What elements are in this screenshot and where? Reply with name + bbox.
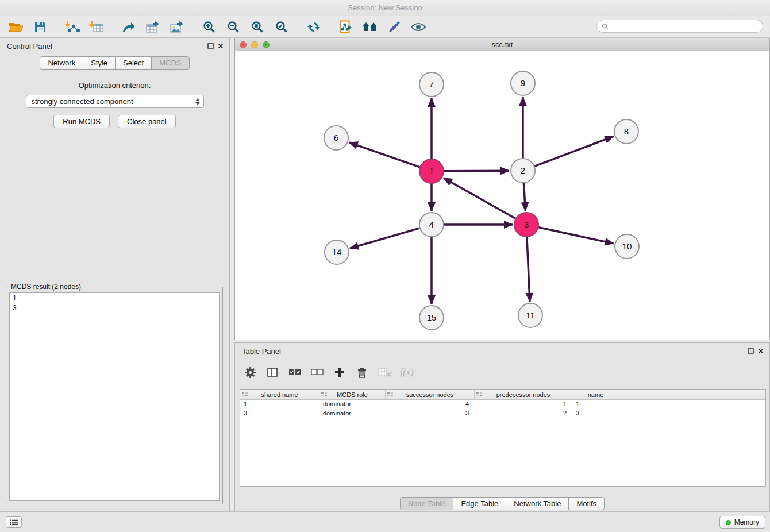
column-label: MCDS role [337,391,368,398]
new-network-from-selection-button[interactable] [337,18,355,36]
close-panel-button-2[interactable]: Close panel [118,115,176,128]
export-network-icon [122,21,136,33]
minimize-window-button[interactable]: – [251,41,258,48]
tab-motifs[interactable]: Motifs [568,497,605,510]
table-row[interactable]: 3 dominator 3 2 3 [240,409,765,418]
new-network-from-selection-icon [340,20,352,34]
zoom-fit-button[interactable] [248,18,267,36]
window-title: Session: New Session [348,3,422,12]
show-graphics-details-button[interactable] [409,18,428,36]
deselect-all-rows-button[interactable] [310,364,324,380]
open-session-button[interactable] [7,18,25,36]
memory-button[interactable]: Memory [719,516,765,529]
tab-network[interactable]: Network [40,56,83,70]
search-input[interactable] [611,22,763,30]
tab-select[interactable]: Select [115,56,152,70]
save-session-button[interactable] [31,18,49,36]
zoom-in-button[interactable] [200,18,218,36]
node-6[interactable]: 6 [324,126,348,150]
svg-text:15: 15 [427,313,437,322]
node-table: shared name MCDS role successor nodes pr… [240,389,766,487]
edge-3-1[interactable] [444,178,516,219]
run-mcds-button[interactable]: Run MCDS [53,115,110,128]
table-toolbar: f(x) [243,363,414,382]
show-panels-button[interactable] [6,516,22,528]
edge-4-14[interactable] [350,228,420,248]
node-8[interactable]: 8 [614,119,638,144]
network-title: scc.txt [492,40,513,49]
close-window-button[interactable]: × [240,41,247,48]
table-settings-button[interactable] [243,364,257,380]
tab-style[interactable]: Style [83,56,116,70]
column-header-successor-nodes[interactable]: successor nodes [386,390,475,399]
list-icon [10,519,18,525]
export-image-button[interactable] [168,18,186,36]
delete-rows-button[interactable] [355,364,369,380]
select-all-rows-button[interactable] [288,364,302,380]
edge-2-3[interactable] [523,183,525,211]
node-15[interactable]: 15 [419,306,444,330]
node-7[interactable]: 7 [419,72,444,97]
refresh-view-button[interactable] [305,18,323,36]
node-14[interactable]: 14 [325,240,349,264]
columns-icon [267,368,278,377]
node-4[interactable]: 4 [419,213,444,237]
close-panel-button[interactable]: × [217,42,225,50]
edge-2-8[interactable] [534,136,614,166]
column-header-name[interactable]: name [572,390,619,399]
mcds-result-list[interactable]: 1 3 [9,292,220,501]
zoom-selected-button[interactable] [272,18,291,36]
zoom-out-button[interactable] [224,18,242,36]
edge-3-11[interactable] [527,237,530,302]
column-label: successor nodes [406,391,454,398]
float-table-panel-button[interactable] [746,347,754,355]
export-table-icon [145,21,160,33]
node-3[interactable]: 3 [514,213,538,237]
add-row-button[interactable] [333,364,346,380]
optimization-criterion-select[interactable]: strongly connected component [26,95,204,108]
node-11[interactable]: 11 [518,303,542,327]
node-2[interactable]: 2 [511,159,535,183]
tab-network-table[interactable]: Network Table [506,497,569,510]
import-table-button[interactable] [87,18,106,36]
edge-1-2[interactable] [444,171,509,171]
control-panel-tabs: Network Style Select MCDS [0,56,229,70]
import-network-button[interactable] [63,18,82,36]
plus-icon [334,367,345,377]
column-label: shared name [261,391,298,398]
column-header-filler [619,390,765,399]
mcds-result-item: 1 [13,294,216,303]
save-floppy-icon [34,21,47,33]
tab-node-table[interactable]: Node Table [400,497,454,510]
column-type-icon [476,392,482,397]
column-header-shared-name[interactable]: shared name [240,390,319,399]
main-toolbar [0,16,770,38]
mcds-result-box: MCDS result (2 nodes) 1 3 [6,283,223,504]
annotation-pen-button[interactable] [385,18,403,36]
zoom-window-button[interactable]: + [263,41,270,48]
cell-name: 3 [572,409,619,418]
close-table-panel-button[interactable]: × [757,347,765,355]
node-9[interactable]: 9 [511,71,535,95]
export-network-button[interactable] [120,18,138,36]
network-canvas[interactable]: 7968124310141511 [235,51,769,340]
tab-mcds[interactable]: MCDS [151,56,189,70]
svg-text:6: 6 [334,133,338,142]
tab-edge-table[interactable]: Edge Table [453,497,506,510]
column-header-mcds-role[interactable]: MCDS role [319,390,386,399]
edge-3-10[interactable] [538,227,614,243]
column-header-predecessor-nodes[interactable]: predecessor nodes [475,390,572,399]
svg-text:9: 9 [521,78,525,88]
apply-layout-button[interactable] [361,18,379,36]
table-row[interactable]: 1 dominator 4 1 1 [240,400,765,409]
global-search[interactable] [596,20,763,33]
show-graphics-details-eye-icon [411,22,426,32]
function-builder-button[interactable]: f(x) [400,364,414,380]
node-1[interactable]: 1 [419,159,444,183]
delete-table-button[interactable] [378,364,391,380]
node-10[interactable]: 10 [615,234,639,259]
float-panel-button[interactable] [206,42,214,50]
export-table-button[interactable] [144,18,162,36]
show-columns-button[interactable] [265,364,279,380]
edge-1-6[interactable] [349,142,421,167]
